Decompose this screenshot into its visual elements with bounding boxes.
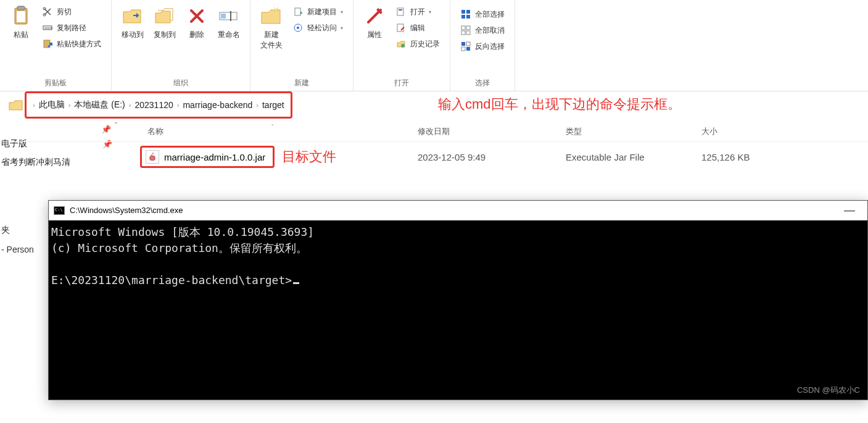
rename-button[interactable]: 重命名 (213, 2, 245, 43)
clipboard-icon (10, 5, 32, 27)
svg-point-13 (297, 27, 299, 29)
rename-icon (218, 5, 240, 27)
open-label: 打开 (410, 7, 425, 17)
file-size: 125,126 KB (701, 152, 794, 162)
file-row[interactable]: marriage-admin-1.0.0.jar 目标文件 2023-12-05… (0, 142, 868, 172)
chevron-down-icon: ▾ (429, 9, 431, 15)
svg-rect-11 (295, 8, 300, 15)
move-to-label: 移动到 (122, 30, 144, 40)
svg-rect-24 (461, 31, 465, 35)
copy-to-button[interactable]: 复制到 (149, 2, 181, 43)
cmd-line: (c) Microsoft Corporation。保留所有权利。 (51, 241, 307, 254)
svg-rect-21 (466, 15, 470, 19)
annotation-address-tip: 输入cmd回车，出现下边的命令提示框。 (438, 95, 681, 114)
open-button[interactable]: 打开 ▾ (393, 5, 442, 19)
easy-access-button[interactable]: 轻松访问 ▾ (290, 21, 345, 35)
history-icon (395, 38, 407, 49)
properties-button[interactable]: 属性 (358, 2, 391, 43)
ribbon-group-clipboard: 粘贴 剪切 www 复制路径 (0, 0, 112, 91)
breadcrumb-item[interactable]: marriage-backend (183, 100, 252, 110)
new-item-button[interactable]: 新建项目 ▾ (290, 5, 345, 19)
annotation-target-file: 目标文件 (282, 148, 336, 166)
invert-button[interactable]: 反向选择 (458, 40, 507, 53)
new-item-icon (292, 6, 304, 17)
breadcrumb-item[interactable]: target (262, 100, 284, 110)
svg-rect-9 (221, 14, 226, 19)
select-none-button[interactable]: 全部取消 (458, 23, 507, 37)
chevron-right-icon: › (68, 101, 71, 109)
edit-label: 编辑 (410, 23, 425, 33)
move-to-icon (122, 5, 144, 27)
invert-icon (460, 41, 471, 52)
paste-shortcut-button[interactable]: 粘贴快捷方式 (39, 37, 104, 51)
copy-path-button[interactable]: www 复制路径 (39, 21, 104, 35)
chevron-right-icon: › (129, 101, 131, 109)
svg-rect-25 (466, 31, 470, 35)
cmd-line: Microsoft Windows [版本 10.0.19045.3693] (51, 225, 314, 238)
column-type[interactable]: 类型 (566, 126, 701, 137)
new-folder-button[interactable]: 新建 文件夹 (255, 2, 287, 53)
svg-rect-15 (399, 9, 402, 10)
paste-button[interactable]: 粘贴 (5, 2, 37, 43)
new-group-label: 新建 (255, 76, 348, 90)
copy-path-label: 复制路径 (57, 23, 86, 33)
folder-icon (9, 99, 23, 111)
copy-to-label: 复制到 (154, 30, 176, 40)
history-label: 历史记录 (410, 39, 440, 49)
svg-rect-23 (466, 26, 470, 30)
column-date[interactable]: 修改日期 (418, 126, 566, 137)
svg-rect-18 (461, 10, 465, 14)
svg-rect-29 (466, 47, 470, 51)
svg-rect-22 (461, 26, 465, 30)
chevron-down-icon: ▾ (341, 9, 343, 15)
edit-icon (395, 22, 407, 33)
file-type: Executable Jar File (566, 152, 701, 162)
svg-rect-20 (461, 15, 465, 19)
minimize-button[interactable]: — (837, 204, 862, 217)
cmd-titlebar[interactable]: C:\Windows\System32\cmd.exe — (49, 201, 867, 220)
new-item-label: 新建项目 (307, 7, 337, 17)
chevron-up-icon: ˆ (271, 124, 274, 131)
column-headers: 📌 ˆ 名称 修改日期 类型 大小 (0, 121, 868, 142)
cut-label: 剪切 (57, 7, 72, 17)
select-none-label: 全部取消 (475, 25, 505, 36)
svg-point-17 (401, 44, 405, 48)
easy-access-icon (292, 22, 304, 33)
properties-label: 属性 (367, 30, 382, 40)
chevron-right-icon: › (256, 101, 258, 109)
pin-icon: 📌 (101, 125, 111, 134)
column-name[interactable]: 名称 (140, 126, 418, 137)
history-button[interactable]: 历史记录 (393, 37, 442, 51)
edit-button[interactable]: 编辑 (393, 21, 442, 35)
new-folder-icon (260, 5, 283, 27)
chevron-right-icon: › (33, 101, 35, 109)
column-size[interactable]: 大小 (701, 126, 794, 137)
cut-button[interactable]: 剪切 (39, 5, 104, 19)
paste-label: 粘贴 (14, 30, 28, 40)
select-all-button[interactable]: 全部选择 (458, 7, 507, 21)
rename-label: 重命名 (218, 30, 240, 40)
ribbon: 粘贴 剪切 www 复制路径 (0, 0, 868, 91)
select-group-label: 选择 (455, 76, 510, 90)
quick-access-item[interactable]: 夹 (1, 225, 10, 236)
svg-rect-1 (17, 6, 25, 10)
new-folder-label: 新建 文件夹 (260, 30, 283, 51)
svg-rect-14 (397, 8, 403, 15)
delete-button[interactable]: 删除 (181, 2, 213, 43)
select-none-icon (460, 25, 471, 36)
cursor (293, 282, 299, 284)
svg-rect-27 (466, 42, 470, 46)
svg-text:www: www (44, 26, 52, 30)
breadcrumb-item[interactable]: 此电脑 (39, 99, 65, 111)
move-to-button[interactable]: 移动到 (117, 2, 149, 43)
address-bar[interactable]: › 此电脑 › 本地磁盘 (E:) › 20231120 › marriage-… (25, 91, 292, 119)
cmd-body[interactable]: Microsoft Windows [版本 10.0.19045.3693] (… (49, 220, 867, 400)
chevron-right-icon: › (177, 101, 180, 109)
delete-icon (186, 5, 208, 27)
breadcrumb-item[interactable]: 本地磁盘 (E:) (74, 99, 125, 111)
paste-shortcut-label: 粘贴快捷方式 (57, 39, 101, 49)
breadcrumb-item[interactable]: 20231120 (134, 100, 173, 110)
chevron-down-icon: ▾ (341, 25, 343, 31)
svg-rect-26 (461, 42, 465, 46)
address-bar-row: › 此电脑 › 本地磁盘 (E:) › 20231120 › marriage-… (0, 91, 868, 119)
